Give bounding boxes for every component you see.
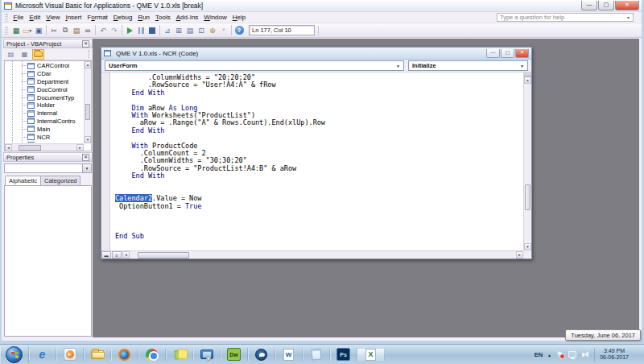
- design-mode-icon[interactable]: ⊿: [162, 24, 173, 36]
- menu-help[interactable]: Help: [229, 13, 248, 22]
- action-center-flag-icon[interactable]: ⚑: [556, 350, 563, 358]
- assistant-icon[interactable]: *: [218, 24, 229, 36]
- menubar-grip-icon[interactable]: [6, 14, 8, 22]
- code-window-titlebar[interactable]: QME V 1.0.xls - NCR (Code) — ▢ ✕: [101, 48, 531, 60]
- run-icon[interactable]: [124, 24, 135, 36]
- show-hidden-icons-icon[interactable]: ▴: [548, 352, 551, 358]
- tree-item-ncr[interactable]: NCR: [5, 133, 83, 141]
- maximize-button[interactable]: ▢: [598, 1, 614, 10]
- chevron-down-icon[interactable]: ▼: [520, 64, 524, 68]
- scroll-right-icon[interactable]: ►: [76, 144, 84, 151]
- menu-window[interactable]: Window: [201, 13, 229, 22]
- volume-icon[interactable]: [582, 351, 588, 358]
- clock[interactable]: 3:49 PM 06-06-2017: [594, 348, 634, 362]
- break-icon[interactable]: [135, 24, 147, 36]
- properties-window-icon[interactable]: ▤: [184, 24, 196, 36]
- breakpoint-margin[interactable]: [101, 72, 110, 250]
- object-select-dropdown[interactable]: ▼: [4, 163, 92, 173]
- word-icon[interactable]: W: [275, 349, 303, 361]
- menu-format[interactable]: Format: [85, 13, 110, 22]
- sticky-notes-icon[interactable]: [166, 350, 193, 359]
- tree-item-ncrcase[interactable]: NCRCase: [5, 141, 83, 143]
- firefox-icon[interactable]: [111, 349, 138, 361]
- menu-addins[interactable]: Add-Ins: [173, 13, 201, 22]
- code-close-button[interactable]: ✕: [515, 49, 529, 58]
- toolbox-icon[interactable]: ⊕: [207, 24, 218, 36]
- menu-tools[interactable]: Tools: [153, 13, 174, 22]
- scroll-left-icon[interactable]: ◄: [122, 251, 130, 259]
- menu-file[interactable]: File: [10, 13, 27, 22]
- tree-item-cdar[interactable]: CDar: [5, 70, 83, 78]
- tree-item-documenttyp[interactable]: DocumentTyp: [5, 93, 83, 101]
- menu-run[interactable]: Run: [135, 13, 153, 22]
- close-button[interactable]: ✕: [615, 1, 639, 10]
- tree-item-doccontrol[interactable]: DocControl: [5, 85, 83, 93]
- close-icon[interactable]: ✕: [82, 154, 89, 161]
- code-text[interactable]: .ColumnWidths = "20;20;20" .RowSource = …: [111, 72, 523, 250]
- tree-item-department[interactable]: Department: [5, 78, 83, 86]
- copy-icon[interactable]: ⧉: [60, 24, 71, 36]
- help-question-input[interactable]: Type a question for help ▼: [497, 13, 634, 22]
- code-vscrollbar[interactable]: ▲ ▼: [523, 72, 531, 250]
- scroll-up-icon[interactable]: ▲: [85, 61, 91, 68]
- tree-item-main[interactable]: Main: [5, 125, 83, 133]
- windows-explorer-icon[interactable]: [84, 350, 111, 359]
- project-tree[interactable]: CARControlCDarDepartmentDocControlDocume…: [5, 61, 83, 143]
- object-combo[interactable]: UserForm ▼: [105, 60, 404, 71]
- chevron-down-icon[interactable]: ▼: [396, 64, 400, 68]
- scroll-down-icon[interactable]: ▼: [524, 243, 531, 250]
- undo-icon[interactable]: ↶: [97, 24, 109, 36]
- chevron-down-icon[interactable]: ▼: [82, 164, 91, 172]
- view-code-button[interactable]: ▤: [5, 49, 17, 60]
- cut-icon[interactable]: ✂: [48, 24, 60, 36]
- excel-taskbar-icon[interactable]: X: [357, 349, 385, 361]
- menu-edit[interactable]: Edit: [27, 13, 43, 22]
- tree-item-carcontrol[interactable]: CARControl: [5, 62, 83, 70]
- menu-view[interactable]: View: [43, 13, 63, 22]
- photoshop-icon[interactable]: Ps: [330, 348, 357, 361]
- network-icon[interactable]: [568, 351, 576, 358]
- project-tree-hscrollbar[interactable]: ◄ ►: [5, 143, 84, 151]
- chrome-icon[interactable]: [138, 349, 166, 361]
- code-minimize-button[interactable]: —: [486, 49, 500, 58]
- tree-item-internal[interactable]: Internal: [5, 110, 83, 118]
- procedure-view-button[interactable]: ▬: [101, 251, 111, 259]
- scroll-right-icon[interactable]: ►: [516, 251, 523, 259]
- tab-categorized[interactable]: Categorized: [40, 176, 80, 185]
- excel-view-icon[interactable]: ▦: [10, 24, 22, 36]
- paste-icon[interactable]: ▤: [71, 24, 82, 36]
- start-button[interactable]: [0, 346, 29, 363]
- properties-list[interactable]: [4, 185, 92, 337]
- code-hscrollbar[interactable]: ▬ ≡ ◄ ►: [101, 250, 523, 259]
- project-tree-vscrollbar[interactable]: ▲ ▼: [84, 61, 91, 143]
- display-app-icon[interactable]: [193, 350, 221, 359]
- minimize-button[interactable]: —: [581, 1, 597, 10]
- close-icon[interactable]: ✕: [82, 40, 89, 48]
- properties-panel-caption[interactable]: Properties ✕: [3, 152, 93, 162]
- procedure-combo[interactable]: Initialize ▼: [408, 60, 528, 71]
- save-icon[interactable]: ▣: [33, 24, 44, 36]
- tree-item-holder[interactable]: Holder: [5, 101, 83, 110]
- scroll-down-icon[interactable]: ▼: [85, 136, 91, 143]
- project-explorer-icon[interactable]: ⊞: [173, 24, 184, 36]
- menu-insert[interactable]: Insert: [63, 13, 85, 22]
- redo-icon[interactable]: ↷: [109, 24, 120, 36]
- chevron-down-icon[interactable]: ▼: [626, 15, 630, 20]
- find-icon[interactable]: ∞: [82, 24, 93, 36]
- tree-item-internalcontro[interactable]: InternalContro: [5, 118, 83, 126]
- scroll-up-icon[interactable]: ▲: [524, 77, 531, 84]
- help-icon[interactable]: ?: [233, 24, 245, 36]
- notepad-icon[interactable]: [303, 349, 330, 360]
- media-player-icon[interactable]: [56, 348, 84, 361]
- dreamweaver-icon[interactable]: Dw: [221, 348, 248, 361]
- project-panel-caption[interactable]: Project - VBAProject ✕: [3, 39, 93, 48]
- code-restore-button[interactable]: ▢: [501, 49, 514, 58]
- language-indicator[interactable]: EN: [535, 351, 543, 358]
- object-browser-icon[interactable]: ⊡: [196, 24, 207, 36]
- insert-userform-icon[interactable]: ▭▼: [22, 24, 33, 36]
- internet-explorer-icon[interactable]: e: [29, 349, 56, 360]
- reset-icon[interactable]: [147, 24, 158, 36]
- scroll-left-icon[interactable]: ◄: [5, 144, 12, 151]
- toolbar-grip-icon[interactable]: [6, 27, 8, 35]
- toggle-folders-button[interactable]: [32, 49, 44, 60]
